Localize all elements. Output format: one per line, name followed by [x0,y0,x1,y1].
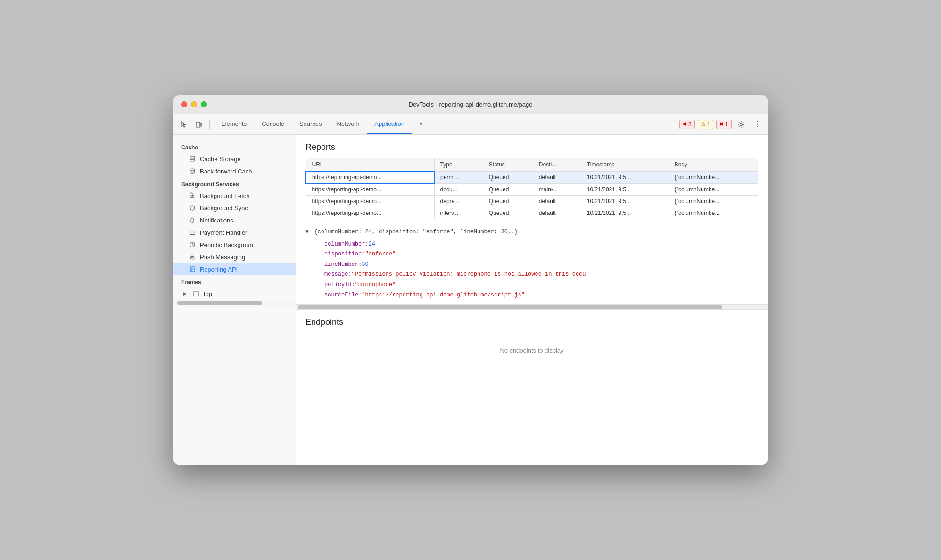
detail-field-value: "enforce" [365,249,396,260]
table-row[interactable]: https://reporting-api-demo...permi...Que… [306,171,758,183]
body-cell: {"columnNumbe... [669,196,758,207]
reporting-api-icon [189,265,196,273]
reports-title: Reports [305,142,758,152]
col-status: Status [483,158,533,172]
frame-icon [192,290,200,297]
destination-cell: default [533,171,581,183]
sidebar-item-cache-storage[interactable]: Cache Storage [173,153,296,165]
device-toolbar-button[interactable] [192,118,206,131]
col-url: URL [306,158,434,172]
more-options-button[interactable]: ⋮ [751,118,764,131]
detail-field-key: columnNumber: [315,239,369,250]
cache-storage-icon [189,155,196,163]
destination-cell: default [533,207,581,219]
destination-cell: main-... [533,183,581,196]
svg-point-2 [740,123,743,125]
toolbar: Elements Console Sources Network Applica… [173,114,768,135]
detail-field-key: lineNumber: [315,260,362,270]
tab-console[interactable]: Console [254,114,292,134]
tab-more[interactable]: » [412,114,430,134]
status-cell: Queued [483,171,533,183]
sidebar-section-frames: Frames [173,275,296,288]
timestamp-cell: 10/21/2021, 9:5... [581,207,669,219]
detail-field: sourceFile: "https://reporting-api-demo.… [305,290,758,301]
minimize-button[interactable] [191,101,197,107]
notifications-icon [189,216,196,224]
tab-network[interactable]: Network [330,114,367,134]
maximize-button[interactable] [201,101,207,107]
sidebar-item-notifications[interactable]: Notifications [173,214,296,226]
error2-count: 1 [725,121,728,128]
endpoints-title: Endpoints [305,317,758,327]
sidebar-item-back-forward-cache[interactable]: Back-forward Cach [173,165,296,177]
cache-storage-label: Cache Storage [200,156,241,163]
col-destination: Desti... [533,158,581,172]
body-cell: {"columnNumbe... [669,183,758,196]
url-cell: https://reporting-api-demo... [306,171,434,183]
url-cell: https://reporting-api-demo... [306,207,434,219]
svg-rect-8 [194,291,198,296]
devtools-window: DevTools - reporting-api-demo.glitch.me/… [173,95,768,465]
detail-field-value: "https://reporting-api-demo.glitch.me/sc… [362,290,525,301]
detail-field: policyId: "microphone" [305,280,758,290]
background-fetch-label: Background Fetch [200,192,250,199]
scrollbar-thumb [298,305,722,309]
inspect-element-button[interactable] [177,118,190,131]
sidebar-item-payment-handler[interactable]: Payment Handler [173,226,296,239]
error-badge2[interactable]: ✖ 1 [716,120,732,129]
sidebar-item-reporting-api[interactable]: Reporting API [173,263,296,275]
traffic-lights [181,101,207,107]
sidebar-scrollbar[interactable] [173,300,296,306]
background-fetch-icon [189,192,196,199]
horizontal-scrollbar[interactable] [296,304,768,310]
payment-handler-label: Payment Handler [200,229,247,236]
status-cell: Queued [483,196,533,207]
error2-icon: ✖ [719,121,724,127]
endpoints-section: Endpoints No endpoints to display [296,310,768,376]
col-type: Type [434,158,483,172]
reports-table: URL Type Status Desti... Timestamp Body … [305,158,758,219]
detail-field-value: "microphone" [355,280,396,290]
back-forward-cache-label: Back-forward Cach [200,168,252,175]
svg-rect-5 [190,231,195,235]
svg-rect-1 [200,123,202,126]
warning-badge[interactable]: ⚠ 1 [698,120,714,129]
timestamp-cell: 10/21/2021, 9:5... [581,196,669,207]
sidebar-item-periodic-background[interactable]: Periodic Backgroun [173,239,296,251]
tab-bar: Elements Console Sources Network Applica… [214,114,677,134]
sidebar-item-background-sync[interactable]: Background Sync [173,202,296,214]
expand-icon: ▶ [181,290,189,297]
detail-field-key: policyId: [315,280,355,290]
type-cell: depre... [434,196,483,207]
payment-handler-icon [189,229,196,236]
error-badge[interactable]: ✖ 3 [679,120,695,129]
table-row[interactable]: https://reporting-api-demo...depre...Que… [306,196,758,207]
detail-field: lineNumber: 30 [305,260,758,270]
close-button[interactable] [181,101,187,107]
settings-button[interactable] [735,118,748,131]
expand-detail-icon[interactable]: ▼ [305,229,309,235]
detail-field: columnNumber: 24 [305,239,758,250]
status-cell: Queued [483,207,533,219]
tab-elements[interactable]: Elements [214,114,254,134]
sidebar-section-background-services: Background Services [173,177,296,189]
toolbar-separator [209,120,210,129]
sidebar-item-push-messaging[interactable]: Push Messaging [173,251,296,263]
body-cell: {"columnNumbe... [669,207,758,219]
toolbar-right: ✖ 3 ⚠ 1 ✖ 1 ⋮ [679,118,764,131]
detail-field-key: message: [315,270,352,280]
warning-count: 1 [707,121,710,128]
content-area: Reports URL Type Status Desti... Timesta… [296,135,768,465]
table-row[interactable]: https://reporting-api-demo...docu...Queu… [306,183,758,196]
periodic-background-icon [189,241,196,248]
tab-application[interactable]: Application [367,114,412,134]
sidebar-item-background-fetch[interactable]: Background Fetch [173,189,296,202]
status-cell: Queued [483,183,533,196]
svg-point-4 [190,169,195,171]
table-row[interactable]: https://reporting-api-demo...interv...Qu… [306,207,758,219]
back-forward-cache-icon [189,167,196,175]
sidebar-item-top[interactable]: ▶ top [173,288,296,300]
reporting-api-label: Reporting API [200,266,238,273]
push-messaging-icon [189,253,196,261]
tab-sources[interactable]: Sources [292,114,330,134]
